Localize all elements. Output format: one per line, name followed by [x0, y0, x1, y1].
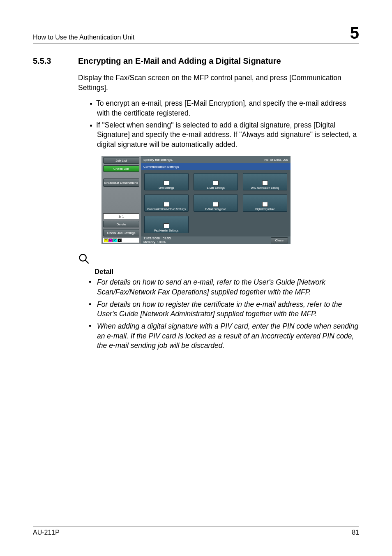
detail-item: For details on how to send an e-mail, re…: [86, 278, 359, 297]
fax-icon: [164, 223, 169, 228]
tab-broadcast-destinations[interactable]: Broadcast Destinations: [103, 178, 139, 187]
detail-item: When adding a digital signature with a P…: [86, 322, 359, 351]
url-notification-button[interactable]: URL Notification Setting: [243, 173, 287, 190]
digital-signature-button[interactable]: Digital Signature: [243, 195, 287, 212]
tab-check-job[interactable]: Check Job: [103, 165, 139, 172]
section-number: 5.5.3: [33, 56, 78, 66]
instruction-list: To encrypt an e-mail, press [E-Mail Encr…: [86, 98, 359, 149]
datetime: 11/21/2008 09:53 Memory 100%: [143, 236, 171, 244]
email-encryption-button[interactable]: E-Mail Encryption: [194, 195, 238, 212]
email-settings-button[interactable]: E-Mail Settings: [194, 173, 238, 190]
method-icon: [164, 202, 169, 207]
delete-button[interactable]: Delete: [103, 221, 139, 227]
line-icon: [164, 181, 169, 185]
running-head: How to Use the Authentication Unit: [33, 34, 134, 41]
svg-point-0: [80, 255, 86, 261]
page-header: How to Use the Authentication Unit 5: [33, 25, 359, 44]
lock-icon: [213, 202, 219, 207]
notify-icon: [262, 181, 268, 185]
fax-header-button[interactable]: Fax Header Settings: [144, 216, 189, 233]
section-heading: 5.5.3 Encrypting an E-Mail and Adding a …: [33, 56, 359, 66]
page-indicator: 1/ 1: [103, 213, 139, 219]
magnifier-icon: [78, 253, 359, 266]
detail-heading: Detail: [95, 268, 359, 276]
toner-indicator: Y M C K: [103, 238, 139, 243]
prompt-text: Specify the settings.: [143, 158, 173, 162]
panel-title: Communication Settings: [141, 163, 291, 170]
tab-check-job-settings[interactable]: Check Job Settings: [103, 229, 139, 236]
instruction-item: To encrypt an e-mail, press [E-Mail Encr…: [97, 98, 359, 118]
page-number: 81: [352, 529, 359, 536]
control-panel-screenshot: Job List Check Job Broadcast Destination…: [101, 156, 291, 244]
intro-paragraph: Display the Fax/Scan screen on the MFP c…: [78, 73, 359, 93]
model-name: AU-211P: [33, 529, 60, 536]
dest-count: No. of Dest. 000: [264, 158, 288, 162]
page-footer: AU-211P 81: [33, 526, 359, 536]
line-settings-button[interactable]: Line Settings: [144, 173, 189, 190]
tab-job-list[interactable]: Job List: [103, 157, 139, 164]
email-icon: [213, 181, 219, 185]
svg-line-1: [85, 260, 89, 264]
chapter-number: 5: [350, 25, 359, 41]
instruction-item: If "Select when sending" is selected to …: [97, 120, 359, 150]
detail-item: For details on how to register the certi…: [86, 300, 359, 319]
section-title: Encrypting an E-Mail and Adding a Digita…: [78, 56, 281, 66]
comm-method-button[interactable]: Communication Method Settings: [144, 195, 189, 212]
close-button[interactable]: Close: [271, 237, 288, 243]
detail-list: For details on how to send an e-mail, re…: [86, 278, 359, 350]
signature-icon: [262, 202, 268, 207]
